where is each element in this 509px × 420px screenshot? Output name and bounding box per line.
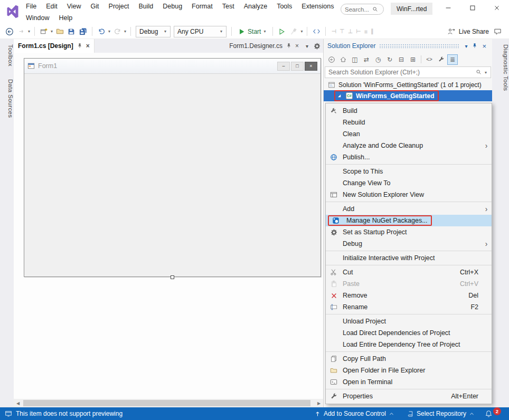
horizontal-scrollbar[interactable]: ◀ ▶ [14,399,323,407]
chevron-down-icon[interactable]: ▾ [463,43,469,49]
start-without-debugging-button[interactable] [277,26,287,37]
solution-platform-dropdown[interactable]: Any CPU ▾ [174,26,227,37]
find-in-code-button[interactable] [311,26,322,37]
chevron-down-icon[interactable]: ▾ [485,70,487,75]
gear-icon[interactable] [311,39,323,53]
scroll-left-icon[interactable]: ◀ [14,401,22,406]
menubar-item[interactable]: Test [218,1,239,12]
switch-views-button[interactable]: ◫ [350,54,360,65]
solution-configuration-dropdown[interactable]: Debug ▾ [136,26,171,37]
feedback-icon[interactable] [492,26,503,37]
expander-icon[interactable] [336,93,343,99]
menu-item-set-as-startup-project[interactable]: Set as Startup Project [326,226,492,238]
menu-item-properties[interactable]: PropertiesAlt+Enter [326,390,492,402]
menubar-item[interactable]: Format [187,1,218,12]
scroll-right-icon[interactable]: ▶ [315,401,323,406]
chevron-down-icon[interactable]: ▾ [28,29,30,34]
global-search-input[interactable] [345,6,370,13]
resize-handle[interactable] [171,275,174,279]
designer-align-button[interactable]: ∥ [369,28,375,35]
save-all-button[interactable] [78,26,88,37]
menu-item-add[interactable]: Add› [326,203,492,215]
menu-item-analyze-and-code-cleanup[interactable]: Analyze and Code Cleanup› [326,140,492,151]
tab-list-chevron-icon[interactable]: ▾ [303,39,311,53]
select-repository-button[interactable]: Select Repository [417,410,466,417]
menu-item-rename[interactable]: RenameF2 [326,301,492,313]
minimize-button[interactable] [436,0,460,16]
pin-icon[interactable] [286,43,292,49]
chevron-down-icon[interactable]: ▾ [300,29,303,34]
collapse-all-button[interactable]: ⊟ [396,54,407,65]
close-icon[interactable]: × [86,42,90,50]
menubar-item[interactable]: Window [21,13,54,23]
pin-icon[interactable] [469,43,480,49]
menu-item-initialize-interactive-with-project[interactable]: Initialize Interactive with Project [326,252,492,264]
live-share-button[interactable]: Live Share [459,28,489,35]
chevron-down-icon[interactable]: ▾ [51,29,53,34]
save-button[interactable] [66,26,77,37]
properties-button[interactable] [436,54,446,65]
menu-item-manage-nuget-packages[interactable]: Manage NuGet Packages... [326,215,492,226]
preview-selected-items-toggle[interactable]: ≣ [447,54,458,65]
designer-align-button[interactable]: ⊥ [346,28,355,35]
pin-icon[interactable] [77,43,83,49]
sync-with-active-document-button[interactable]: ⇄ [361,54,372,65]
menubar-item[interactable]: Edit [41,1,62,12]
menubar-item[interactable]: File [21,1,41,12]
menubar-item[interactable]: Git [86,1,104,12]
panel-drag-grip[interactable] [379,44,459,49]
scrollbar-thumb[interactable] [23,400,310,406]
menu-item-debug[interactable]: Debug› [326,238,492,250]
menubar-item[interactable]: Debug [158,1,187,12]
menu-item-load-direct-dependencies-of-project[interactable]: Load Direct Dependencies of Project [326,327,492,339]
project-node[interactable]: C# WinForms_GettingStarted [324,90,492,101]
menu-item-build[interactable]: Build [326,105,492,117]
navigate-back-button[interactable] [4,26,15,37]
maximize-button[interactable] [460,0,485,16]
menubar-item[interactable]: Tools [272,1,297,12]
global-search-box[interactable] [341,4,384,15]
menubar-item[interactable]: Analyze [239,1,272,12]
tab-form1-designer-cs[interactable]: Form1.Designer.cs × [225,39,303,53]
chevron-down-icon[interactable]: ▾ [108,29,110,34]
menubar-item[interactable]: Help [54,13,77,23]
home-button[interactable] [338,54,348,65]
chevron-up-icon[interactable] [389,411,394,417]
solution-search-input[interactable] [328,69,474,76]
redo-button[interactable] [112,26,122,37]
pending-changes-filter-button[interactable]: ◷ [373,54,383,65]
designer-align-button[interactable]: ⊣ [329,28,338,35]
close-button[interactable] [485,0,509,16]
start-debugging-button[interactable]: Start ▾ [235,26,269,37]
toolbox-tab[interactable]: Toolbox [0,42,14,69]
undo-button[interactable] [96,26,107,37]
diagnostic-tools-tab[interactable]: Diagnostic Tools [492,42,509,93]
code-cleanup-button[interactable] [288,26,299,37]
back-button[interactable] [326,54,337,65]
menu-item-paste[interactable]: PasteCtrl+V [326,278,492,290]
solution-search-box[interactable]: ▾ [325,66,491,78]
add-to-source-control-button[interactable]: Add to Source Control [324,410,386,417]
menu-item-scope-to-this[interactable]: Scope to This [326,166,492,177]
menu-item-open-in-terminal[interactable]: Open in Terminal [326,376,492,388]
chevron-down-icon[interactable]: ▾ [124,29,126,34]
open-file-button[interactable] [54,26,65,37]
menu-item-unload-project[interactable]: Unload Project [326,316,492,327]
menubar-item[interactable]: View [62,1,86,12]
designer-align-button[interactable]: ⊢ [354,28,363,35]
chevron-up-icon[interactable] [469,411,475,417]
close-icon[interactable]: × [295,42,299,50]
new-project-button[interactable] [39,26,49,37]
solution-node[interactable]: Solution 'WinForms_GettingStarted' (1 of… [324,79,492,90]
menu-item-cut[interactable]: CutCtrl+X [326,266,492,278]
menu-item-remove[interactable]: RemoveDel [326,290,492,301]
menu-item-rebuild[interactable]: Rebuild [326,117,492,128]
tab-form1-design[interactable]: Form1.cs [Design] × [14,39,95,53]
menu-item-copy-full-path[interactable]: Copy Full Path [326,353,492,365]
menu-item-new-solution-explorer-view[interactable]: New Solution Explorer View [326,189,492,201]
menubar-item[interactable]: Project [104,1,134,12]
menu-item-clean[interactable]: Clean [326,128,492,140]
refresh-button[interactable]: ↻ [384,54,395,65]
designer-align-button[interactable]: ⊤ [338,28,346,35]
menu-item-open-folder-in-file-explorer[interactable]: Open Folder in File Explorer [326,365,492,376]
